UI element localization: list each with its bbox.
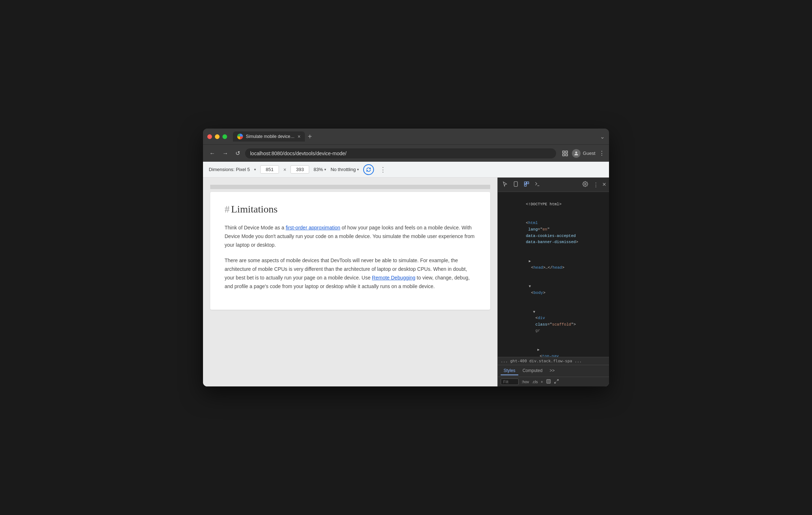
new-tab-button[interactable]: + — [306, 131, 313, 142]
cls-filter-button[interactable]: .cls — [532, 380, 538, 384]
styles-filter-bar: :hov .cls + — [498, 377, 609, 386]
page-heading: #Limitations — [225, 203, 476, 215]
title-bar: Simulate mobile devices with D × + ⌄ — [203, 129, 609, 144]
remote-debugging-link[interactable]: Remote Debugging — [372, 275, 415, 281]
close-button-traffic-light[interactable] — [207, 134, 212, 139]
svg-line-15 — [557, 380, 558, 381]
svg-rect-12 — [546, 380, 550, 384]
window-controls-icon: ⌄ — [600, 133, 605, 140]
address-bar-actions: Guest ⋮ — [562, 149, 605, 158]
html-doctype: <!DOCTYPE html> — [501, 195, 606, 214]
profile-name: Guest — [583, 151, 595, 156]
svg-point-4 — [576, 151, 577, 153]
page-viewport: #Limitations Think of Device Mode as a f… — [203, 178, 497, 386]
traffic-lights — [207, 134, 227, 139]
html-scaffold[interactable]: ▼ <div class="scaffold"> gr — [501, 303, 606, 341]
profile-button[interactable]: Guest — [572, 149, 595, 158]
svg-rect-3 — [566, 154, 568, 156]
breadcrumb-bar: ... ght-400 div.stack.flow-spa ... — [498, 357, 609, 365]
url-text: localhost:8080/docs/devtools/device-mode… — [250, 151, 347, 156]
zoom-control[interactable]: 83% ▾ — [313, 167, 326, 172]
hash-symbol: # — [225, 203, 230, 215]
dimensions-separator: × — [283, 167, 286, 173]
devtools-settings-button[interactable] — [581, 180, 590, 189]
elements-panel-button[interactable] — [522, 180, 531, 189]
devtools-bottom-panel: ... ght-400 div.stack.flow-spa ... Style… — [498, 357, 609, 386]
tab-computed[interactable]: Computed — [520, 367, 545, 375]
html-source-panel: <!DOCTYPE html> <html lang="en" data-coo… — [498, 192, 609, 357]
tab-styles[interactable]: Styles — [501, 367, 518, 375]
extensions-icon[interactable] — [562, 150, 568, 157]
paragraph-2: There are some aspects of mobile devices… — [225, 256, 476, 291]
zoom-dropdown-arrow[interactable]: ▾ — [324, 167, 326, 171]
device-toolbar: Dimensions: Pixel 5 ▾ × 83% ▾ No throttl… — [203, 162, 609, 178]
devtools-panel: ⋮ × <!DOCTYPE html> <html lang="en" data… — [497, 178, 609, 386]
html-top-nav[interactable]: ▶ <top-nav role="banner" block hairline-… — [501, 341, 606, 357]
dimensions-dropdown-arrow[interactable]: ▾ — [254, 167, 256, 171]
reload-button[interactable]: ↺ — [233, 148, 242, 158]
rotate-button[interactable] — [363, 164, 374, 175]
ruler — [210, 185, 490, 189]
computed-style-icon[interactable] — [546, 379, 551, 385]
svg-point-11 — [585, 183, 586, 185]
tab-close-icon[interactable]: × — [298, 134, 301, 139]
address-bar-input[interactable]: localhost:8080/docs/devtools/device-mode… — [245, 148, 556, 158]
first-order-link[interactable]: first-order approximation — [286, 225, 340, 230]
svg-rect-5 — [514, 182, 517, 186]
inspect-element-button[interactable] — [501, 180, 509, 189]
dimensions-label: Dimensions: Pixel 5 — [209, 167, 250, 172]
throttle-control[interactable]: No throttling ▾ — [330, 167, 359, 172]
minimize-button-traffic-light[interactable] — [215, 134, 220, 139]
browser-more-icon[interactable]: ⋮ — [599, 150, 605, 157]
svg-rect-8 — [527, 182, 529, 184]
device-toolbar-more-icon[interactable]: ⋮ — [380, 166, 386, 174]
inspect-style-icon[interactable] — [554, 379, 559, 385]
throttle-dropdown-arrow[interactable]: ▾ — [357, 167, 359, 171]
svg-rect-1 — [566, 151, 568, 153]
zoom-value: 83% — [313, 167, 323, 172]
tab-more[interactable]: >> — [547, 367, 558, 375]
svg-line-16 — [554, 382, 556, 383]
console-panel-button[interactable] — [533, 180, 542, 189]
tab-title: Simulate mobile devices with D — [246, 134, 295, 139]
width-input[interactable] — [260, 165, 279, 174]
svg-rect-2 — [563, 154, 565, 156]
devtools-toolbar: ⋮ × — [498, 178, 609, 192]
profile-avatar-icon — [572, 149, 581, 158]
address-bar: ← → ↺ localhost:8080/docs/devtools/devic… — [203, 144, 609, 162]
page-card: #Limitations Think of Device Mode as a f… — [210, 192, 490, 310]
html-root: <html lang="en" data-cookies-accepted da… — [501, 214, 606, 252]
hov-filter-button[interactable]: :hov — [522, 380, 529, 384]
devtools-close-button[interactable]: × — [602, 181, 606, 188]
tab-area: Simulate mobile devices with D × + — [233, 131, 597, 142]
filter-input[interactable] — [501, 379, 519, 385]
back-button[interactable]: ← — [207, 149, 217, 158]
devtools-more-button[interactable]: ⋮ — [592, 180, 600, 189]
active-tab[interactable]: Simulate mobile devices with D × — [233, 131, 305, 142]
height-input[interactable] — [290, 165, 309, 174]
main-area: #Limitations Think of Device Mode as a f… — [203, 178, 609, 386]
add-style-button[interactable]: + — [541, 380, 543, 384]
styles-tabs: Styles Computed >> — [498, 365, 609, 377]
paragraph-1: Think of Device Mode as a first-order ap… — [225, 224, 476, 249]
device-mode-button[interactable] — [511, 180, 520, 189]
svg-rect-7 — [524, 182, 526, 184]
throttle-value: No throttling — [330, 167, 356, 172]
chrome-favicon-icon — [237, 134, 243, 139]
html-head[interactable]: ▶ <head>…</head> — [501, 252, 606, 277]
forward-button[interactable]: → — [220, 149, 230, 158]
browser-window: Simulate mobile devices with D × + ⌄ ← →… — [203, 129, 609, 386]
svg-rect-9 — [524, 184, 526, 186]
svg-rect-0 — [563, 151, 565, 153]
html-body[interactable]: ▼ <body> — [501, 277, 606, 303]
maximize-button-traffic-light[interactable] — [222, 134, 227, 139]
